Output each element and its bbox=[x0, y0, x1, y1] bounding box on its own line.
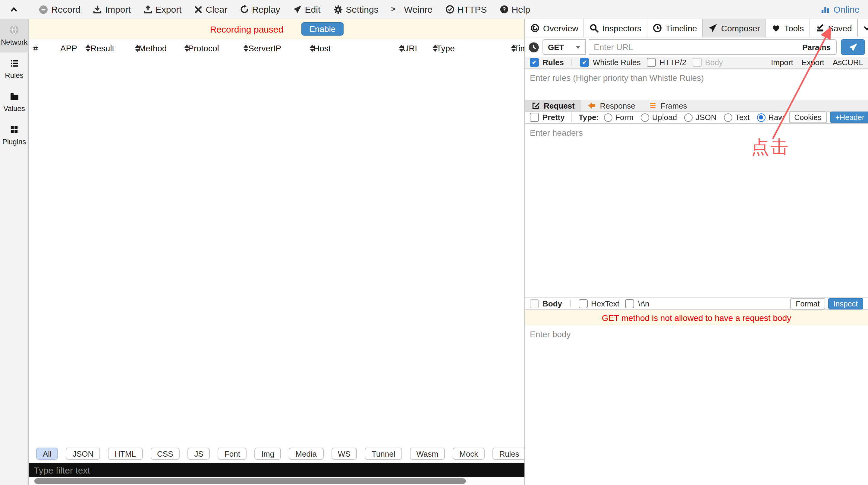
online-status[interactable]: Online bbox=[821, 4, 860, 15]
tab-request[interactable]: Request bbox=[525, 100, 581, 111]
body-toggle-r-n[interactable]: \r\n bbox=[625, 299, 650, 308]
tab-inspectors[interactable]: Inspectors bbox=[584, 19, 647, 37]
toolbar-item-https[interactable]: HTTPS bbox=[445, 4, 487, 15]
column-header-app[interactable]: APP bbox=[60, 39, 90, 57]
filter-input[interactable] bbox=[29, 463, 524, 477]
body-toggle-hextext[interactable]: HexText bbox=[578, 299, 619, 308]
column-header-method[interactable]: Method bbox=[138, 39, 189, 57]
type-radio-form[interactable]: Form bbox=[604, 113, 633, 122]
column-header-host[interactable]: Host bbox=[313, 39, 404, 57]
raw-radio[interactable] bbox=[757, 113, 765, 121]
settings-icon bbox=[333, 4, 343, 14]
divider bbox=[572, 59, 572, 66]
upload-radio[interactable] bbox=[641, 113, 649, 121]
tab-more[interactable] bbox=[858, 19, 868, 37]
whistle-rules-checkbox[interactable] bbox=[580, 58, 589, 67]
url-input[interactable] bbox=[589, 40, 797, 54]
cookies-button[interactable]: Cookies bbox=[789, 112, 827, 123]
link-import[interactable]: Import bbox=[771, 58, 793, 67]
rules-checkbox[interactable] bbox=[530, 58, 539, 67]
body-checkbox[interactable] bbox=[692, 58, 701, 67]
right-panel: OverviewInspectorsTimelineComposerToolsS… bbox=[524, 19, 868, 485]
option-body[interactable]: Body bbox=[692, 58, 723, 67]
sidebar-item-rules[interactable]: Rules bbox=[0, 53, 28, 86]
tab-frames[interactable]: Frames bbox=[642, 100, 694, 111]
history-icon[interactable] bbox=[528, 41, 539, 53]
toolbar-item-settings[interactable]: Settings bbox=[333, 4, 378, 15]
tab-timeline[interactable]: Timeline bbox=[647, 19, 703, 37]
text-radio[interactable] bbox=[724, 113, 733, 121]
toolbar-item-record[interactable]: Record bbox=[38, 4, 81, 15]
toolbar-item-replay[interactable]: Replay bbox=[240, 4, 280, 15]
form-radio[interactable] bbox=[604, 113, 612, 121]
enable-button[interactable]: Enable bbox=[301, 22, 343, 36]
add-header-button[interactable]: +Header bbox=[830, 112, 868, 123]
filter-button-wasm[interactable]: Wasm bbox=[410, 448, 445, 460]
filter-button-html[interactable]: HTML bbox=[108, 448, 143, 460]
pretty-toggle[interactable]: Pretty bbox=[530, 113, 565, 122]
toolbar-item-edit[interactable]: Edit bbox=[293, 4, 321, 15]
sidebar-item-network[interactable]: Network bbox=[0, 19, 28, 53]
column-header-url[interactable]: URL bbox=[403, 39, 438, 57]
column-header-time[interactable]: Time bbox=[514, 39, 524, 57]
tab-composer[interactable]: Composer bbox=[703, 19, 766, 37]
column-header-result[interactable]: Result bbox=[90, 39, 140, 57]
option-http-2[interactable]: HTTP/2 bbox=[647, 58, 687, 67]
type-radio-text[interactable]: Text bbox=[724, 113, 750, 122]
send-button[interactable] bbox=[841, 39, 865, 55]
type-radio-raw[interactable]: Raw bbox=[757, 113, 784, 122]
filter-button-all[interactable]: All bbox=[36, 448, 58, 460]
filter-button-media[interactable]: Media bbox=[289, 448, 323, 460]
headers-input[interactable] bbox=[525, 124, 868, 297]
option-label: HTTP/2 bbox=[659, 58, 687, 67]
toolbar-item-import[interactable]: Import bbox=[93, 4, 131, 15]
toolbar-item-help[interactable]: ?Help bbox=[499, 4, 530, 15]
tab-response[interactable]: Response bbox=[581, 100, 642, 111]
tab-saved[interactable]: Saved bbox=[810, 19, 858, 37]
filter-button-json[interactable]: JSON bbox=[66, 448, 100, 460]
filter-button-tunnel[interactable]: Tunnel bbox=[365, 448, 402, 460]
filter-button-css[interactable]: CSS bbox=[150, 448, 180, 460]
link-ascurl[interactable]: AsCURL bbox=[833, 58, 863, 67]
toolbar-item-clear[interactable]: Clear bbox=[194, 4, 227, 15]
filter-button-img[interactable]: Img bbox=[255, 448, 281, 460]
filter-button-rules[interactable]: Rules bbox=[493, 448, 524, 460]
option-rules[interactable]: Rules bbox=[530, 58, 564, 67]
filter-button-mock[interactable]: Mock bbox=[453, 448, 485, 460]
sort-arrows-icon[interactable] bbox=[86, 45, 90, 52]
pretty-checkbox[interactable] bbox=[530, 113, 539, 122]
sidebar-item-values[interactable]: Values bbox=[0, 86, 28, 119]
column-header-type[interactable]: Type bbox=[436, 39, 516, 57]
method-select[interactable]: GET bbox=[542, 39, 586, 55]
tab-overview[interactable]: Overview bbox=[525, 19, 584, 37]
body-checkbox[interactable] bbox=[530, 299, 539, 308]
tab-tools[interactable]: Tools bbox=[766, 19, 810, 37]
sort-arrows-icon[interactable] bbox=[244, 45, 248, 52]
http-2-checkbox[interactable] bbox=[647, 58, 656, 67]
rules-input[interactable] bbox=[525, 69, 868, 100]
column-header-[interactable]: # bbox=[33, 39, 45, 57]
link-export[interactable]: Export bbox=[802, 58, 824, 67]
inspect-button[interactable]: Inspect bbox=[828, 298, 863, 310]
body-toggle-body[interactable]: Body bbox=[530, 299, 562, 308]
sidebar-item-plugins[interactable]: Plugins bbox=[0, 119, 28, 152]
format-button[interactable]: Format bbox=[790, 298, 825, 310]
filter-button-js[interactable]: JS bbox=[188, 448, 210, 460]
column-header-serverip[interactable]: ServerIP bbox=[248, 39, 315, 57]
chevron-up-icon[interactable] bbox=[10, 5, 18, 13]
scrollbar-thumb[interactable] bbox=[34, 478, 466, 484]
toolbar-item-weinre[interactable]: >_Weinre bbox=[391, 4, 433, 15]
filter-button-font[interactable]: Font bbox=[218, 448, 247, 460]
hextext-checkbox[interactable] bbox=[578, 299, 587, 308]
json-radio[interactable] bbox=[684, 113, 692, 121]
filter-button-ws[interactable]: WS bbox=[331, 448, 357, 460]
params-button[interactable]: Params bbox=[797, 40, 836, 54]
body-input[interactable] bbox=[525, 325, 868, 485]
type-radio-json[interactable]: JSON bbox=[684, 113, 716, 122]
r-n-checkbox[interactable] bbox=[625, 299, 634, 308]
column-header-protocol[interactable]: Protocol bbox=[188, 39, 248, 57]
type-radio-upload[interactable]: Upload bbox=[641, 113, 677, 122]
option-whistle-rules[interactable]: Whistle Rules bbox=[580, 58, 641, 67]
toolbar-item-export[interactable]: Export bbox=[144, 4, 182, 15]
pretty-label: Pretty bbox=[542, 113, 565, 122]
